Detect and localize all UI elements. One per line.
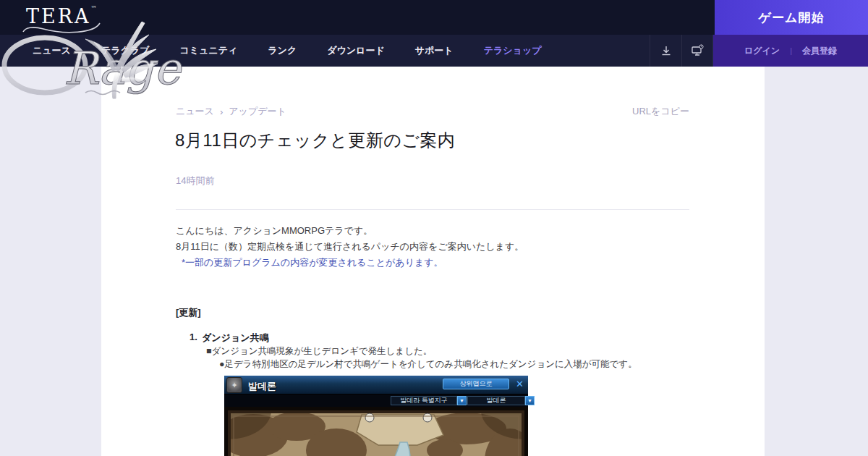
nav-community[interactable]: コミュニティ <box>179 44 237 57</box>
tera-logo-swash <box>22 22 116 36</box>
map-dropdown-value: 발데론 <box>487 396 506 405</box>
world-map-image: H 이동 안내소 동부 보급소 <box>224 407 528 456</box>
nav-items: ニュース テラクラブ コミュニティ ランク ダウンロード サポート テラショップ <box>33 35 541 67</box>
article-timestamp: 14時間前 <box>176 174 214 187</box>
register-link[interactable]: 会員登録 <box>802 45 837 57</box>
download-icon[interactable] <box>650 35 681 67</box>
nav-support[interactable]: サポート <box>415 44 454 57</box>
map-dropdown-row: 발데라 특별지구 ▼ 발데론 ▼ <box>224 394 528 407</box>
game-start-button[interactable]: ゲーム開始 <box>715 0 868 35</box>
list-item-sub2: ●足デラ特別地区の足デルン村で共鳴ゲートを介してのみ共鳴化されたダンジョンに入場… <box>219 358 637 371</box>
map-window-titlebar: ✦ 발데론 상위맵으로 ✕ <box>224 376 528 394</box>
breadcrumb-separator: › <box>220 106 223 117</box>
map-window-title: 발데론 <box>248 380 276 393</box>
divider <box>176 209 689 210</box>
nav-teraclub[interactable]: テラクラブ <box>101 44 150 57</box>
paragraph-note: *一部の更新プログラムの内容が変更されることがあります。 <box>176 255 443 271</box>
breadcrumb-news[interactable]: ニュース <box>176 105 214 118</box>
breadcrumb-update[interactable]: アップデート <box>229 105 286 118</box>
copy-url-button[interactable]: URLをコピー <box>632 105 689 118</box>
pc-game-icon[interactable] <box>681 35 713 67</box>
login-separator: | <box>790 46 792 55</box>
section-heading-update: [更新] <box>176 306 201 319</box>
list-item-sub1: ■ダンジョン共鳴現象が生じデロンギで発生しました。 <box>206 345 432 358</box>
list-item-number: 1. <box>190 332 197 342</box>
region-dropdown[interactable]: 발데라 특별지구 ▼ <box>391 396 457 405</box>
nav-rank[interactable]: ランク <box>268 44 297 57</box>
paragraph-patch-info: 8月11日に（数）定期点検を通じて進行されるパッチの内容をご案内いたします。 <box>176 239 524 255</box>
trademark: ™ <box>91 5 97 12</box>
region-dropdown-value: 발데라 특별지구 <box>400 396 448 405</box>
paragraph-greeting: こんにちは、アクションMMORPGテラです。 <box>176 223 373 239</box>
article-title: 8月11日のチェックと更新のご案内 <box>175 129 455 152</box>
close-icon[interactable]: ✕ <box>514 378 526 390</box>
embedded-game-screenshot: ✦ 발데론 상위맵으로 ✕ 발데라 특별지구 ▼ 발데론 ▼ <box>224 376 528 456</box>
breadcrumb: ニュース › アップデート <box>176 105 286 118</box>
article-card: ニュース › アップデート URLをコピー 8月11日のチェックと更新のご案内 … <box>101 67 765 456</box>
header-icon-group <box>650 35 713 67</box>
nav-terashop[interactable]: テラショップ <box>484 44 542 57</box>
nav-news[interactable]: ニュース <box>33 44 71 57</box>
parent-map-button[interactable]: 상위맵으로 <box>443 379 509 389</box>
list-item-title: ダンジョン共鳴 <box>202 332 269 345</box>
map-dropdown[interactable]: 발데론 ▼ <box>467 396 525 405</box>
chevron-down-icon[interactable]: ▼ <box>457 396 467 405</box>
nav-download[interactable]: ダウンロード <box>327 44 385 57</box>
map-emblem-icon: ✦ <box>226 377 242 393</box>
login-link[interactable]: ログイン <box>744 45 780 57</box>
chevron-down-icon[interactable]: ▼ <box>525 396 535 405</box>
login-bar: ログイン | 会員登録 <box>713 35 868 67</box>
